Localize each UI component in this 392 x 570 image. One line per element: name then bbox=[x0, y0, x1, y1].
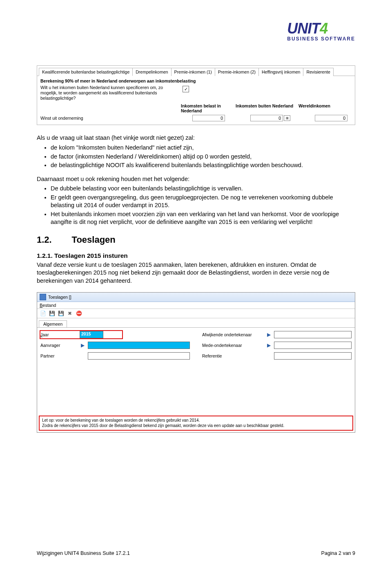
input-aanvrager[interactable] bbox=[88, 342, 190, 349]
label-jaar: Jaar bbox=[40, 332, 77, 337]
label-aanvrager: Aanvrager bbox=[40, 343, 77, 348]
page-footer: Wijzigingen UNIT4 Business Suite 17.2.1 … bbox=[37, 550, 355, 556]
bullet-list-1: de kolom "Inkomsten buiten Nederland" ni… bbox=[37, 144, 355, 170]
row-label-winst: Winst uit onderneming bbox=[40, 116, 172, 121]
note-line-2: Zodra de rekencijfers van 2015 door de B… bbox=[42, 423, 350, 429]
tab-premie2[interactable]: Premie-inkomen (2) bbox=[215, 68, 259, 76]
qualify-checkbox[interactable]: ✓ bbox=[183, 86, 189, 92]
value-nl[interactable]: 0 bbox=[192, 115, 225, 121]
column-header-nl: Inkomsten belast in Nederland bbox=[179, 103, 234, 113]
section-title: Berekening 90% of meer in Nederland onde… bbox=[40, 78, 352, 83]
picker-icon[interactable]: ▶ bbox=[266, 332, 272, 338]
delete-icon[interactable]: ✖ bbox=[67, 310, 73, 317]
label-mede: Mede-ondertekenaar bbox=[202, 343, 263, 348]
bullet-item: de belastingplichtige NOOIT als kwalific… bbox=[51, 161, 355, 170]
column-header-buiten-nl: Inkomsten buiten Nederland bbox=[234, 103, 297, 113]
note-line-1: Let op: voor de berekening van de toesla… bbox=[42, 418, 350, 423]
menu-bestand[interactable]: Bestand bbox=[40, 303, 56, 308]
value-wereld[interactable]: 0 bbox=[315, 115, 347, 121]
window-title: Toeslagen [] bbox=[48, 295, 71, 300]
heading-1-2: 1.2. Toeslagen bbox=[37, 234, 355, 246]
label-afwijkende: Afwijkende ondertekenaar bbox=[202, 332, 263, 337]
toolbar: 📄 💾 💾 ✖ ⛔ bbox=[37, 309, 355, 318]
tab-heffingsvrij[interactable]: Heffingsvrij inkomen bbox=[258, 68, 303, 76]
input-mede[interactable] bbox=[274, 342, 352, 349]
tab-premie1[interactable]: Premie-inkomen (1) bbox=[171, 68, 215, 76]
bullet-list-2: De dubbele belasting voor een buitenland… bbox=[37, 185, 355, 226]
picker-icon[interactable]: ▶ bbox=[266, 342, 272, 348]
save-as-icon[interactable]: 💾 bbox=[58, 310, 64, 317]
tab-drempelinkomen[interactable]: Drempelinkomen bbox=[132, 68, 171, 76]
logo-subtitle: BUSINESS SOFTWARE bbox=[287, 36, 355, 42]
document-body: Als u de vraag uit laat staan (het vinkj… bbox=[37, 134, 355, 285]
window-titlebar: Toeslagen [] bbox=[37, 293, 355, 302]
footer-left: Wijzigingen UNIT4 Business Suite 17.2.1 bbox=[37, 550, 130, 556]
logo-text-4: 4 bbox=[320, 20, 327, 37]
input-referentie[interactable] bbox=[274, 352, 352, 360]
check-mark-icon: ✓ bbox=[184, 87, 188, 92]
label-referentie: Referentie bbox=[202, 353, 263, 358]
unit4-logo: UNIT4 BUSINESS SOFTWARE bbox=[287, 22, 355, 42]
tab-algemeen[interactable]: Algemeen bbox=[39, 320, 67, 328]
new-icon[interactable]: 📄 bbox=[40, 310, 46, 317]
screenshot-tax-calculation-window: Kwalificerende buitenlandse belastingpli… bbox=[37, 65, 355, 125]
close-icon[interactable]: ⛔ bbox=[76, 310, 82, 317]
input-jaar[interactable]: 2015 bbox=[80, 331, 103, 338]
warning-note: Let op: voor de berekening van de toesla… bbox=[39, 416, 353, 431]
intro-paragraph: Als u de vraag uit laat staan (het vinkj… bbox=[37, 134, 355, 142]
paragraph: Daarnaast moet u ook rekening houden met… bbox=[37, 175, 355, 183]
heading-1-2-1: 1.2.1. Toeslagen 2015 insturen bbox=[37, 252, 355, 260]
input-partner[interactable] bbox=[88, 352, 190, 360]
tab-strip: Kwalificerende buitenlandse belastingpli… bbox=[37, 66, 355, 76]
value-buiten-nl[interactable]: 0 bbox=[250, 115, 283, 121]
bullet-item: de factor (inkomsten Nederland / Wereldi… bbox=[51, 153, 355, 161]
bullet-item: de kolom "Inkomsten buiten Nederland" ni… bbox=[51, 144, 355, 152]
footer-right: Pagina 2 van 9 bbox=[321, 550, 355, 556]
paragraph: Vanaf deze versie kunt u de toeslagen 20… bbox=[37, 261, 355, 285]
bullet-item: Er geldt geen overgangsregeling, dus gee… bbox=[51, 194, 355, 210]
question-text: Wilt u het inkomen buiten Nederland kunn… bbox=[40, 85, 171, 101]
save-icon[interactable]: 💾 bbox=[49, 310, 55, 317]
screenshot-toeslagen-window: Toeslagen [] Bestand 📄 💾 💾 ✖ ⛔ Algemeen … bbox=[37, 292, 355, 433]
label-partner: Partner bbox=[40, 353, 77, 358]
bullet-item: Het buitenlands inkomen moet voorzien zi… bbox=[51, 210, 355, 226]
calculator-icon[interactable]: ⊞ bbox=[284, 115, 290, 121]
heading-number: 1.2. bbox=[37, 235, 52, 245]
tab-revisierente[interactable]: Revisierente bbox=[303, 68, 333, 76]
menubar: Bestand bbox=[37, 302, 355, 309]
column-header-wereld: Wereldinkomen bbox=[297, 103, 352, 113]
app-icon bbox=[40, 294, 46, 300]
heading-title: Toeslagen bbox=[72, 235, 116, 245]
input-afwijkende[interactable] bbox=[274, 331, 352, 338]
tab-kwalificerende[interactable]: Kwalificerende buitenlandse belastingpli… bbox=[39, 68, 133, 76]
logo-text-unit: UNIT bbox=[287, 20, 320, 37]
bullet-item: De dubbele belasting voor een buitenland… bbox=[51, 185, 355, 193]
picker-icon[interactable]: ▶ bbox=[80, 342, 85, 348]
